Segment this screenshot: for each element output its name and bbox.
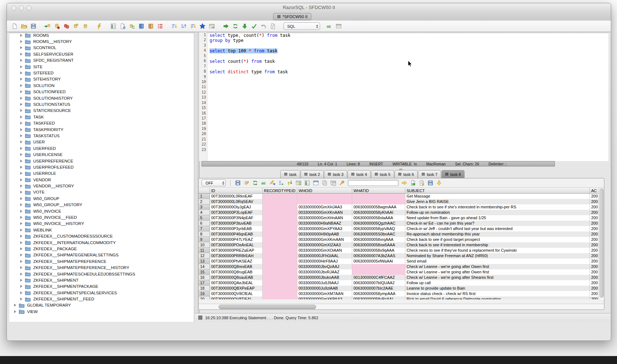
execute-forward-icon[interactable] [223, 23, 229, 30]
disclosure-triangle-icon[interactable] [20, 172, 22, 175]
table-cell[interactable] [352, 269, 405, 275]
column-header-whatid[interactable]: WHATID [352, 188, 405, 194]
titlebar[interactable]: RazorSQL - SFDCW50 II [7, 3, 611, 12]
disclosure-triangle-icon[interactable] [20, 153, 22, 156]
table-cell[interactable]: Nominated by Shane Freeman at ANZ (HR50) [405, 253, 590, 259]
tree-item-userpreference[interactable]: USERPREFERENCE [9, 158, 194, 164]
table-cell[interactable]: 200 [590, 231, 599, 237]
table-cell[interactable]: Check w/ Leanne - we're going after Shea… [405, 275, 590, 280]
column-header-id[interactable]: ID [210, 188, 262, 194]
disclosure-triangle-icon[interactable] [20, 65, 22, 68]
table-cell[interactable]: 00T3000000P3yrbEAB [210, 226, 262, 231]
table-cell[interactable]: 0013000000C4fFCAAZ [352, 275, 405, 280]
connect-icon[interactable] [44, 23, 51, 30]
row-number-cell[interactable]: 11 [199, 248, 210, 253]
table-cell[interactable]: 00T3000000QAeJbEAL [210, 280, 262, 286]
table-cell[interactable]: 00T3000000PREZaEAP [210, 248, 262, 253]
table-cell[interactable]: 0033000000GmXHJAA3 [297, 204, 352, 210]
table-cell[interactable]: 200 [590, 259, 599, 264]
disclosure-triangle-icon[interactable] [20, 279, 22, 282]
export-table-icon[interactable] [208, 23, 215, 30]
table-cell[interactable] [352, 194, 405, 199]
table-cell[interactable] [262, 280, 297, 286]
table-cell[interactable]: 00T3000000PRR8rEAH [210, 253, 262, 259]
tree-item-solutionfeed[interactable]: SOLUTIONFEED [9, 89, 194, 95]
tree-item-w50-group[interactable]: W50_GROUP [9, 195, 194, 202]
table-cell[interactable] [262, 253, 297, 259]
table-cell[interactable]: 00T3000000QBXPeEAP [210, 286, 262, 291]
log-icon[interactable] [269, 23, 276, 30]
table-cell[interactable]: 00T3000000P3LopEAF [210, 210, 262, 215]
table-cell[interactable]: Invoice status check - check w/ RS first [405, 291, 590, 296]
table-cell[interactable] [297, 199, 352, 204]
disclosure-triangle-icon[interactable] [20, 235, 22, 238]
results-search-input[interactable] [348, 180, 398, 186]
disclosure-triangle-icon[interactable] [20, 90, 22, 93]
disclosure-triangle-icon[interactable] [20, 46, 22, 49]
table-cell[interactable] [262, 204, 297, 210]
disclosure-triangle-icon[interactable] [20, 222, 22, 225]
row-counter-icon[interactable]: 66 [326, 23, 333, 30]
tree-item-userfeed[interactable]: USERFEED [9, 145, 194, 151]
table-cell[interactable] [262, 248, 297, 253]
row-number-cell[interactable]: 13 [199, 259, 210, 264]
table-cell[interactable]: 006300000058wgmAAA [352, 204, 405, 210]
disclosure-triangle-icon[interactable] [20, 166, 22, 169]
row-number-cell[interactable]: 5 [199, 215, 210, 221]
table-cell[interactable]: 00630000007bIQUAA2 [352, 280, 405, 286]
table-cell[interactable]: 200 [590, 296, 599, 300]
row-number-cell[interactable]: 12 [199, 253, 210, 259]
tree-item-w50-invoice-feed[interactable]: W50_INVOICE__FEED [9, 214, 194, 220]
tree-item-zkfedex-shipmatepreference[interactable]: ZKFEDEX__SHIPMATEPREFERENCE [9, 258, 194, 264]
table-cell[interactable]: 00630000005S0bnAAC [352, 231, 405, 237]
table-cell[interactable]: 00T3000000L0RknEAF [210, 194, 262, 199]
close-result-tab-icon[interactable]: ⊠ [351, 172, 355, 176]
tree-item-sitefeed[interactable]: SITEFEED [9, 70, 194, 76]
code-line-13[interactable] [210, 95, 609, 100]
tree-item-taskpriority[interactable]: TASKPRIORITY [9, 126, 194, 133]
table-cell[interactable]: 200 [590, 204, 599, 210]
row-number-cell[interactable]: 14 [199, 264, 210, 269]
sort-rows-icon[interactable] [287, 180, 293, 186]
tree-item-zkfedex-shipmentpackage[interactable]: ZKFEDEX__SHIPMENTPACKAGE [9, 283, 194, 290]
row-number-cell[interactable]: 15 [199, 269, 210, 275]
close-result-tab-icon[interactable]: ⊠ [398, 172, 402, 176]
table-cell[interactable] [262, 199, 297, 204]
table-cell[interactable]: Follow up call [405, 280, 590, 286]
table-cell[interactable]: 200 [590, 275, 599, 280]
close-tab-icon[interactable]: ⊠ [277, 14, 281, 19]
disclosure-triangle-icon[interactable] [20, 229, 22, 231]
table-cell[interactable]: Check nexis to see if they've found a re… [405, 248, 590, 253]
table-cell[interactable]: 200 [590, 286, 599, 291]
column-header-recordtypeid[interactable]: RECORDTYPEID [262, 188, 297, 194]
tree-item-taskfeed[interactable]: TASKFEED [9, 120, 194, 126]
table-cell[interactable]: 00T3000000P46qnEAB [210, 231, 262, 237]
table-cell[interactable]: 00T3000000OiyJgEAJ [210, 204, 262, 210]
code-line-17[interactable] [210, 116, 609, 121]
table-cell[interactable]: 0033000000GmXOiAAN [297, 248, 352, 253]
tree-item-w50-invoice-history[interactable]: W50_INVOICE__HISTORY [9, 221, 194, 227]
tree-item-site[interactable]: SITE [9, 64, 194, 70]
table-cell[interactable]: 00T3000000QV8CfEAL [210, 291, 262, 296]
generate-report-icon[interactable] [419, 180, 425, 186]
execute-lightning-icon[interactable] [96, 23, 103, 30]
close-result-tab-icon[interactable]: ⊠ [422, 172, 425, 176]
save-results-icon[interactable] [235, 180, 241, 186]
tree-item-sfdc-registrant[interactable]: SFDC_REGISTRANT [9, 57, 194, 64]
tree-item-solutionstatus[interactable]: SOLUTIONSTATUS [9, 101, 194, 107]
table-cell[interactable] [262, 242, 297, 248]
code-line-8[interactable]: select distinct type from task [210, 69, 609, 74]
code-line-5[interactable] [210, 54, 609, 59]
table-cell[interactable] [262, 215, 297, 221]
code-line-14[interactable] [210, 101, 609, 106]
tree-item-taskstatus[interactable]: TASKSTATUS [9, 133, 194, 139]
sort-ascending-icon[interactable] [171, 23, 178, 30]
open-file-icon[interactable] [21, 23, 27, 30]
result-tab-task[interactable]: ⊠task [280, 170, 300, 178]
row-number-cell[interactable]: 2 [199, 199, 210, 204]
table-cell[interactable]: 200 [590, 237, 599, 242]
help-book-icon[interactable] [147, 23, 154, 30]
table-cell[interactable]: Check-in w/ Ed - can he join this year? [405, 221, 590, 226]
tree-item-zkfedex-customaddresssource[interactable]: ZKFEDEX__CUSTOMADDRESSSOURCE [9, 233, 194, 239]
table-cell[interactable]: 0033000000Ju9zlAAB [297, 286, 352, 291]
